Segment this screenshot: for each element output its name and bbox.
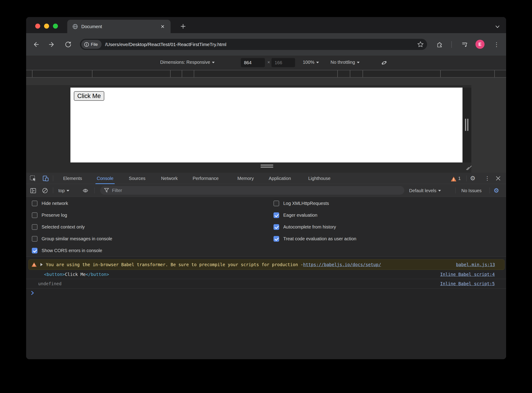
console-toolbar: top Default levels No Issues ⚙ [26, 184, 506, 197]
reload-button[interactable] [64, 41, 72, 48]
fullscreen-window-button[interactable] [53, 24, 58, 29]
setting-treat-code-eval[interactable]: Treat code evaluation as user action [273, 233, 356, 245]
setting-autocomplete-history[interactable]: Autocomplete from history [273, 221, 336, 233]
avatar[interactable]: E [475, 40, 485, 49]
checkbox[interactable] [32, 212, 37, 218]
tab-console[interactable]: Console [97, 173, 113, 184]
setting-group-similar[interactable]: Group similar messages in console [32, 233, 112, 245]
tab-lighthouse[interactable]: Lighthouse [308, 173, 331, 184]
source-link[interactable]: babel.min.js:13 [456, 262, 495, 267]
setting-label: Group similar messages in console [42, 236, 112, 241]
console-messages: You are using the in-browser Babel trans… [26, 257, 506, 359]
tab-memory[interactable]: Memory [237, 173, 254, 184]
checkbox[interactable] [273, 224, 279, 230]
tab-close-icon[interactable] [160, 24, 166, 29]
click-me-button[interactable]: Click Me [74, 91, 104, 101]
viewport-height-input[interactable] [271, 58, 295, 67]
url-text[interactable]: /Users/eve/Desktop/ReactTest/01-ReactFir… [105, 42, 226, 47]
drag-handle-icon [465, 119, 466, 131]
media-controls-icon[interactable] [461, 41, 469, 48]
issues-label[interactable]: No Issues [461, 187, 482, 194]
context-selector[interactable]: top [58, 187, 69, 194]
warning-count[interactable]: 1 [458, 173, 461, 184]
setting-eager-evaluation[interactable]: Eager evaluation [273, 209, 317, 221]
traffic-lights [35, 24, 62, 29]
rotate-viewport-icon[interactable] [380, 59, 388, 68]
dimensions-selector[interactable]: Dimensions: Responsive [160, 60, 215, 65]
log-levels-selector[interactable]: Default levels [409, 187, 441, 194]
checkbox[interactable] [273, 212, 279, 218]
warning-triangle-icon[interactable] [450, 175, 457, 183]
console-filter[interactable] [100, 186, 404, 195]
live-expression-eye-icon[interactable] [82, 187, 89, 194]
forward-button[interactable] [48, 41, 56, 48]
page-viewport: Click Me [70, 88, 462, 162]
chevron-down-icon [316, 62, 319, 63]
browser-window: Document [26, 17, 506, 359]
device-toolbar-toggle-icon[interactable] [42, 175, 49, 182]
checkbox[interactable] [32, 224, 37, 230]
devtools-menu-icon[interactable]: ⋮ [484, 175, 491, 182]
minimize-window-button[interactable] [44, 24, 49, 29]
extensions-puzzle-icon[interactable] [436, 41, 443, 48]
setting-label: Selected context only [42, 224, 85, 230]
source-link[interactable]: Inline Babel script:4 [440, 272, 495, 277]
setting-log-xhr[interactable]: Log XMLHttpRequests [273, 197, 329, 209]
console-settings-gear-icon[interactable]: ⚙ [494, 187, 499, 194]
zoom-selector[interactable]: 100% [303, 60, 319, 65]
checkbox[interactable] [32, 236, 37, 242]
setting-label: Log XMLHttpRequests [283, 201, 329, 206]
console-input[interactable] [37, 290, 502, 297]
viewport-width-input[interactable] [241, 58, 265, 67]
tab-application[interactable]: Application [269, 173, 291, 184]
setting-preserve-log[interactable]: Preserve log [32, 209, 67, 221]
console-sidebar-toggle-icon[interactable] [30, 187, 37, 194]
checkbox[interactable] [273, 201, 279, 206]
titlebar: Document [26, 17, 506, 33]
tab-elements[interactable]: Elements [63, 173, 82, 184]
html-text: Click Me [65, 272, 86, 277]
inspect-element-icon[interactable] [29, 175, 37, 182]
back-button[interactable] [32, 41, 40, 48]
setting-label: Show CORS errors in console [42, 248, 102, 253]
setting-label: Autocomplete from history [283, 224, 336, 230]
tab-performance[interactable]: Performance [193, 173, 219, 184]
chevron-down-icon [212, 62, 215, 63]
setting-hide-network[interactable]: Hide network [32, 197, 68, 209]
bookmark-star-icon[interactable] [417, 41, 424, 49]
viewport-height-resizer[interactable] [261, 165, 273, 166]
browser-menu-icon[interactable]: ⋮ [493, 41, 500, 48]
babel-docs-link[interactable]: https://babeljs.io/docs/setup/ [303, 262, 381, 267]
console-message-html: <button>Click Me</button> Inline Babel s… [26, 270, 506, 279]
checkbox[interactable] [32, 201, 37, 206]
checkbox[interactable] [32, 248, 37, 253]
devtools-settings-gear-icon[interactable]: ⚙ [469, 175, 476, 182]
console-prompt-icon[interactable] [31, 291, 34, 296]
browser-toolbar: File /Users/eve/Desktop/ReactTest/01-Rea… [26, 33, 506, 56]
setting-label: Preserve log [42, 213, 67, 218]
setting-label: Treat code evaluation as user action [283, 236, 356, 241]
url-bar[interactable]: File /Users/eve/Desktop/ReactTest/01-Rea… [80, 39, 427, 50]
throttling-selector[interactable]: No throttling [331, 60, 360, 65]
filter-input[interactable] [111, 188, 385, 193]
tab-search-chevron-icon[interactable] [494, 23, 501, 31]
site-info-chip[interactable]: File [81, 40, 101, 49]
close-window-button[interactable] [35, 24, 40, 29]
checkbox[interactable] [273, 236, 279, 242]
tab-sources[interactable]: Sources [129, 173, 145, 184]
new-tab-button[interactable] [179, 22, 187, 31]
tab-network[interactable]: Network [161, 173, 178, 184]
html-tag-open: <button> [44, 272, 65, 277]
setting-show-cors[interactable]: Show CORS errors in console [32, 245, 102, 256]
setting-label: Eager evaluation [283, 213, 317, 218]
browser-tab[interactable]: Document [67, 20, 171, 33]
clear-console-icon[interactable] [42, 187, 48, 194]
globe-favicon-icon [72, 24, 78, 30]
expand-arrow-icon[interactable] [40, 263, 43, 266]
viewport-width-resizer[interactable] [462, 88, 471, 162]
console-settings-pane: Hide network Preserve log Selected conte… [26, 197, 506, 257]
chevron-down-icon [438, 190, 441, 192]
devtools-close-icon[interactable] [495, 175, 502, 182]
source-link[interactable]: Inline Babel script:5 [440, 281, 495, 286]
setting-selected-context[interactable]: Selected context only [32, 221, 85, 233]
